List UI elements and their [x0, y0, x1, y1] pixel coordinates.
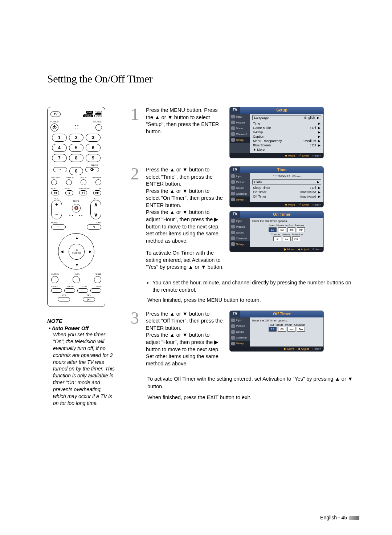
step-1: 1 Press the MENU button. Press the ▲ or … [131, 107, 359, 158]
step-1-text: Press the MENU button. Press the ▲ or ▼ … [146, 107, 224, 135]
step-2-extra: To activate On Timer with the setting en… [146, 250, 224, 271]
note-sub: • Auto Power Off [49, 325, 116, 331]
note-section: NOTE • Auto Power Off When you set the t… [47, 318, 116, 407]
step-number-3: 3 [131, 311, 143, 325]
page-footer: English - 45 [320, 515, 359, 520]
note-body: When you set the timer "On", the televis… [53, 331, 116, 407]
page-title: Setting the On/Off Timer [47, 73, 359, 85]
stop-icon: ■ [65, 190, 73, 195]
step-number-1: 1 [131, 107, 143, 122]
remote-exit-button: ↰ [87, 224, 101, 230]
step-3-text: Press the ▲ or ▼ button to select "Off T… [146, 311, 224, 368]
remote-dvd: DVD [86, 111, 94, 114]
remote-vcr: VCR [94, 114, 102, 117]
remote-source-label: SOURCE [93, 121, 102, 123]
step-2-bullets: You can set the hour, minute, and channe… [147, 279, 359, 294]
remote-power-label: POWER [50, 121, 59, 123]
osd-time: TVTime Input Picture Sound Channel Setup [229, 166, 324, 207]
remote-dpad: ▲▼◀▶ ⏎ENTER [58, 233, 94, 269]
play-pause-icon: ▶∥ [79, 190, 87, 195]
rewind-icon: ◀◀ [51, 190, 59, 195]
step-number-2: 2 [131, 166, 143, 181]
remote-stb: STB [95, 111, 102, 114]
remote-prech-label: PRE-CH [50, 164, 98, 166]
remote-volume-rocker: +− [51, 200, 62, 219]
power-icon: ⏻ [50, 123, 58, 131]
step-2: 2 Press the ▲ or ▼ button to select "Tim… [131, 166, 359, 271]
step-2-finish: When finished, press the MENU button to … [147, 296, 359, 304]
step-3-extra: To activate Off Timer with the setting e… [147, 375, 359, 401]
remote-control-illustration: TV DVD STB CABLE VCR POWER [47, 107, 105, 307]
remote-cable: CABLE [83, 114, 93, 117]
note-heading: NOTE [47, 318, 116, 324]
remote-channel-rocker: ∧∨ [90, 200, 101, 219]
osd-setup: TVSetup Input Picture Sound Channel Setu… [229, 107, 324, 158]
remote-numpad: 1 2 3 4 5 6 7 8 9 [52, 134, 101, 162]
remote-menu-button: ☰ [51, 224, 66, 230]
remote-tv-chip: TV [50, 112, 61, 117]
remote-source-button [95, 124, 102, 131]
fastforward-icon: ▶▶ [93, 190, 101, 195]
mute-icon: 🔇 [72, 204, 81, 212]
osd-off-timer: TVOff Timer Input Picture Sound Channel … [229, 311, 324, 352]
osd-on-timer: TVOn Timer Input Picture Sound Channel S… [229, 211, 324, 252]
remote-led-dots: ∘∘∘∘ [74, 124, 79, 131]
step-3: 3 Press the ▲ or ▼ button to select "Off… [131, 311, 359, 368]
step-2-text: Press the ▲ or ▼ button to select "Time"… [146, 166, 224, 244]
